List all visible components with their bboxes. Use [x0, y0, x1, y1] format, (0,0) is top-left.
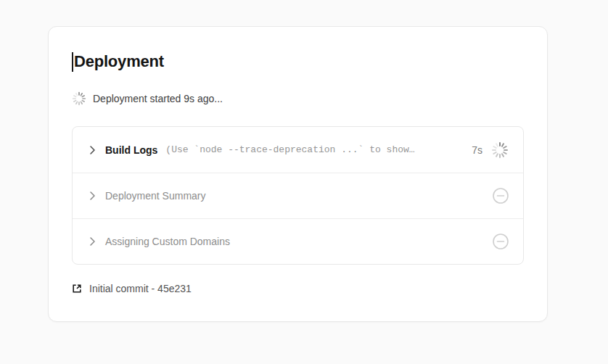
minus-circle-icon — [493, 188, 509, 204]
spinner-icon — [491, 141, 509, 159]
deployment-status: Deployment started 9s ago... — [72, 91, 524, 106]
chevron-right-icon — [87, 144, 99, 156]
section-status — [493, 233, 509, 249]
section-deployment-summary[interactable]: Deployment Summary — [73, 173, 523, 218]
chevron-right-icon — [87, 236, 99, 247]
section-status — [493, 188, 509, 204]
section-status: 7s — [472, 141, 509, 159]
spinner-icon — [72, 91, 86, 106]
section-build-logs[interactable]: Build Logs (Use `node --trace-deprecatio… — [73, 127, 523, 173]
status-text: Deployment started 9s ago... — [93, 93, 223, 104]
deployment-card: Deployment Deployment started 9s ago... … — [48, 26, 548, 322]
chevron-right-icon — [87, 190, 99, 202]
section-assigning-custom-domains[interactable]: Assigning Custom Domains — [73, 218, 523, 264]
minus-circle-icon — [493, 233, 509, 249]
commit-label: Initial commit - 45e231 — [89, 283, 192, 294]
page-title: Deployment — [74, 51, 164, 72]
text-cursor — [72, 52, 73, 72]
section-label: Assigning Custom Domains — [105, 236, 230, 247]
title-row: Deployment — [72, 51, 524, 72]
section-detail: (Use `node --trace-deprecation ...` to s… — [165, 144, 465, 155]
section-label: Build Logs — [105, 144, 157, 156]
section-label: Deployment Summary — [105, 190, 206, 202]
duration-text: 7s — [472, 144, 482, 156]
deployment-steps-accordion: Build Logs (Use `node --trace-deprecatio… — [72, 126, 524, 265]
external-link-icon — [72, 284, 82, 294]
commit-link[interactable]: Initial commit - 45e231 — [72, 283, 524, 294]
